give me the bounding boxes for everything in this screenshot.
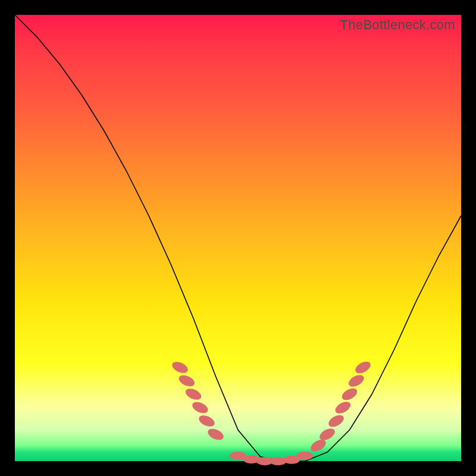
curve-marker <box>333 399 352 416</box>
chart-frame: TheBottleneck.com <box>0 0 476 476</box>
curve-marker <box>177 373 196 389</box>
curve-marker <box>184 386 203 402</box>
curve-markers <box>170 359 372 465</box>
plot-area: TheBottleneck.com <box>15 15 461 461</box>
curve-marker <box>353 359 372 376</box>
curve-marker <box>347 372 366 389</box>
curve-marker <box>297 452 314 460</box>
curve-marker <box>327 413 346 430</box>
curve-marker <box>206 427 225 442</box>
curve-marker <box>170 359 189 375</box>
curve-marker <box>190 400 209 415</box>
curve-marker <box>197 413 216 428</box>
curve-marker <box>340 386 359 403</box>
bottleneck-curve <box>15 15 461 461</box>
curve-line <box>15 15 461 461</box>
